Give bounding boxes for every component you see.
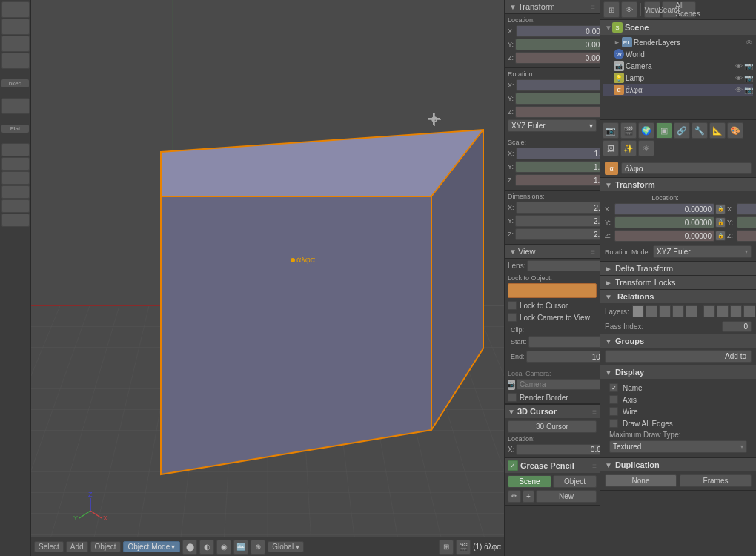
local-camera-input[interactable]	[517, 379, 600, 390]
prop-tab-render[interactable]: 📷	[603, 122, 619, 139]
lock-to-object-btn[interactable]	[508, 283, 597, 298]
sidebar-btn-1[interactable]	[1, 1, 30, 18]
viewport-icon-1[interactable]: ⬤	[182, 540, 197, 555]
sidebar-btn-2[interactable]	[1, 19, 30, 35]
rp-loc-y-lock[interactable]: 🔒	[715, 217, 726, 228]
lamp-vis-btn[interactable]: 👁	[735, 74, 743, 82]
scale-y-input[interactable]	[515, 161, 600, 173]
display-wire-checkbox[interactable]	[609, 407, 618, 416]
rotation-mode-btn[interactable]: XYZ Euler ▾	[508, 119, 597, 132]
layer-2[interactable]	[646, 305, 657, 317]
viewport-icon-2[interactable]: ◐	[199, 540, 214, 555]
display-name-checkbox[interactable]	[609, 383, 618, 392]
gp-scene-tab[interactable]: Scene	[508, 475, 551, 488]
pass-index-input[interactable]	[722, 321, 752, 332]
rph-btn-1[interactable]: ⊞	[603, 1, 620, 18]
transform-locks-section[interactable]: ► Transform Locks	[600, 276, 756, 290]
layer-7[interactable]	[717, 305, 729, 317]
object-btn[interactable]: Object	[90, 541, 121, 552]
rp-loc-x-lock[interactable]: 🔒	[715, 204, 726, 214]
layer-5[interactable]	[686, 305, 697, 317]
sidebar-btn-5[interactable]	[1, 98, 30, 114]
rotation-y-input[interactable]	[515, 93, 600, 105]
viewport-icon-4[interactable]: 🔤	[233, 540, 248, 555]
rp-location-y[interactable]	[614, 216, 714, 228]
prop-tab-texture[interactable]: 🖼	[603, 140, 619, 156]
sidebar-btn-9[interactable]	[1, 185, 30, 199]
delta-transform-section[interactable]: ► Delta Transform	[600, 262, 756, 276]
dimension-x-input[interactable]	[516, 202, 600, 214]
rotation-x-input[interactable]	[516, 79, 600, 91]
rp-location-x[interactable]	[614, 203, 714, 215]
rotation-z-input[interactable]	[515, 106, 600, 118]
viewport-icon-3[interactable]: ◉	[216, 540, 231, 555]
display-axis-checkbox[interactable]	[609, 395, 618, 404]
scale-x-input[interactable]	[516, 148, 600, 159]
viewport-icon-5[interactable]: ⊕	[251, 540, 265, 555]
prop-tab-object[interactable]: ▣	[656, 122, 672, 139]
prop-tab-modifiers[interactable]: 🔧	[692, 122, 708, 139]
display-draw-all-edges-checkbox[interactable]	[609, 419, 618, 428]
tree-renderlayers[interactable]: ► RL RenderLayers 👁	[603, 36, 753, 48]
properties-scroll[interactable]: ▼ Transform Location: X: 🔒	[600, 178, 756, 556]
gp-pencil-icon[interactable]: ✏	[508, 490, 521, 503]
global-select[interactable]: Global ▾	[268, 541, 304, 552]
rph-btn-all-scenes[interactable]: All Scenes	[680, 1, 696, 18]
sidebar-btn-7[interactable]	[1, 157, 30, 171]
tree-lamp[interactable]: 💡 Lamp 👁 📷	[603, 72, 753, 84]
dup-frames-btn[interactable]: Frames	[680, 474, 752, 487]
cursor-section-header[interactable]: ▼ 3D Cursor ≡	[505, 405, 600, 418]
clip-start-input[interactable]	[528, 336, 600, 348]
location-y-input[interactable]	[515, 39, 600, 50]
prop-tab-data[interactable]: 📐	[709, 122, 726, 139]
scale-z-input[interactable]	[515, 174, 600, 186]
sidebar-btn-4[interactable]	[1, 53, 30, 69]
prop-tab-constraints[interactable]: 🔗	[674, 122, 690, 139]
sidebar-btn-11[interactable]	[1, 214, 30, 227]
viewport-icon-7[interactable]: 🎬	[456, 540, 471, 555]
prop-tab-world[interactable]: 🌍	[638, 122, 654, 139]
clip-end-input[interactable]	[526, 351, 600, 363]
gp-object-tab[interactable]: Object	[553, 475, 597, 488]
rp-location-z[interactable]	[614, 230, 714, 242]
rp-rotation-mode-btn[interactable]: XYZ Euler ▾	[653, 245, 752, 258]
gp-new-btn[interactable]: New	[536, 490, 597, 503]
object-name-input[interactable]	[621, 162, 752, 174]
layer-8[interactable]	[730, 305, 742, 317]
rp-rotation-x[interactable]	[737, 203, 756, 215]
lens-input[interactable]	[527, 260, 600, 271]
sidebar-btn-3[interactable]	[1, 36, 30, 52]
dup-none-btn[interactable]: None	[605, 474, 677, 487]
alpha-vis-btn[interactable]: 👁	[735, 86, 743, 94]
add-to-group-btn[interactable]: Add to	[605, 350, 752, 363]
rp-loc-z-lock[interactable]: 🔒	[715, 231, 726, 241]
cursor-30-btn[interactable]: 30 Cursor	[508, 420, 597, 433]
add-btn[interactable]: Add	[66, 541, 88, 552]
location-x-input[interactable]	[516, 25, 600, 37]
viewport-icon-6[interactable]: ⊞	[439, 540, 454, 555]
viewport[interactable]: User Persp άλφα X Y Z	[31, 0, 504, 556]
max-draw-select[interactable]: Textured ▾	[609, 440, 747, 453]
lock-camera-to-view-checkbox[interactable]	[508, 313, 517, 322]
dup-header[interactable]: ▼ Duplication	[600, 458, 756, 471]
relations-header[interactable]: ▼ Relations	[600, 290, 756, 303]
tree-alpha[interactable]: α άλφα 👁 📷	[603, 84, 753, 96]
lock-to-cursor-checkbox[interactable]	[508, 301, 517, 310]
prop-tab-scene[interactable]: 🎬	[620, 122, 637, 139]
dimension-z-input[interactable]	[515, 228, 600, 240]
layer-3[interactable]	[659, 305, 671, 317]
prop-tab-physics[interactable]: ⚛	[638, 140, 654, 156]
lamp-render-btn[interactable]: 📷	[744, 74, 753, 82]
prop-tab-material[interactable]: 🎨	[727, 122, 743, 139]
object-mode-select[interactable]: Object Mode ▾	[123, 541, 181, 552]
display-header[interactable]: ▼ Display	[600, 365, 756, 379]
location-z-input[interactable]	[515, 52, 600, 64]
view-section-header[interactable]: ▼ View ≡	[505, 245, 600, 259]
layer-4[interactable]	[672, 305, 684, 317]
rph-btn-2[interactable]: 👁	[621, 1, 637, 18]
sidebar-btn-6[interactable]	[1, 143, 30, 156]
gp-section-header[interactable]: ✓ Grease Pencil ≡	[505, 458, 600, 473]
camera-vis-btn[interactable]: 👁	[735, 62, 743, 70]
gp-add-icon[interactable]: +	[523, 490, 534, 503]
select-btn[interactable]: Select	[34, 541, 64, 552]
